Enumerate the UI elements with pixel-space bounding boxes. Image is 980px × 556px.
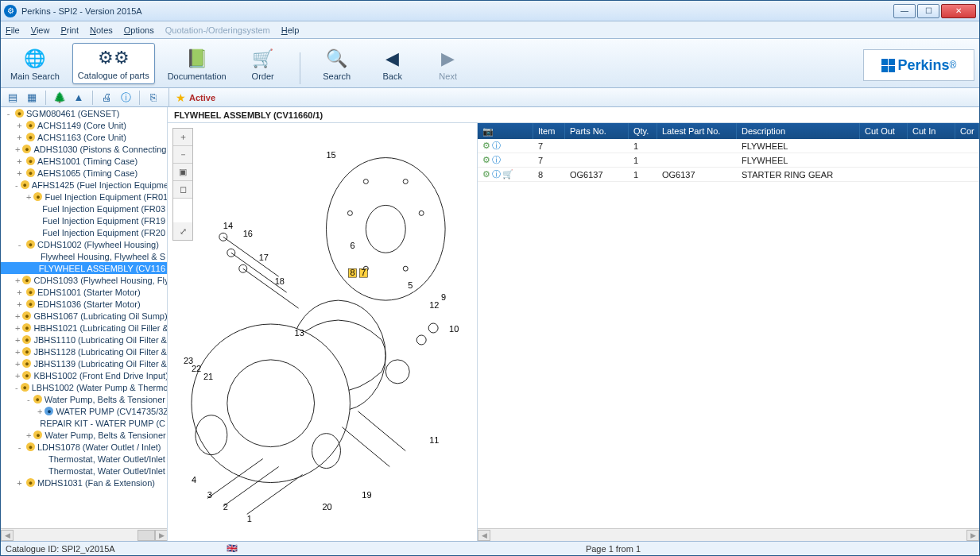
col-partsno[interactable]: Parts No. xyxy=(565,123,629,139)
menu-view[interactable]: View xyxy=(31,25,50,35)
tree-node[interactable]: +●JBHS1128 (Lubricating Oil Filter & I xyxy=(1,346,167,357)
tree-node[interactable]: -●LDHS1078 (Water Outlet / Inlet) xyxy=(1,441,167,453)
toolbar-documentation[interactable]: 📗 Documentation xyxy=(163,44,231,84)
tree-node[interactable]: +●ACHS1163 (Core Unit) xyxy=(1,131,167,143)
tree-node[interactable]: +●Fuel Injection Equipment (FR01 xyxy=(1,191,167,203)
tree-label: MDHS1031 (Fan & Extension) xyxy=(37,478,155,488)
tree-node[interactable]: FLYWHEEL ASSEMBLY (CV116 xyxy=(1,262,167,274)
menu-help[interactable]: Help xyxy=(281,25,300,35)
view2-icon[interactable]: ▦ xyxy=(25,91,39,105)
tree-label: Water Pump, Belts & Tensioner xyxy=(45,431,165,440)
tree-node[interactable]: +●JBHS1110 (Lubricating Oil Filter & I xyxy=(1,334,167,346)
col-cor[interactable]: Cor xyxy=(955,123,979,139)
info-icon[interactable]: ⓘ xyxy=(492,140,501,152)
toolbar-search[interactable]: 🔍 Search xyxy=(313,44,361,84)
info-icon[interactable]: ⓘ xyxy=(492,168,501,180)
svg-text:10: 10 xyxy=(449,324,459,334)
parts-hscroll[interactable]: ◀ ▶ xyxy=(478,528,979,541)
tree-node[interactable]: Fuel Injection Equipment (FR03 xyxy=(1,203,167,214)
col-camera[interactable]: 📷 xyxy=(478,123,533,139)
tree-node[interactable]: REPAIR KIT - WATER PUMP (C xyxy=(1,417,167,429)
tree-node[interactable]: -●Water Pump, Belts & Tensioner xyxy=(1,393,167,405)
col-cutin[interactable]: Cut In xyxy=(908,123,955,139)
actual-icon[interactable]: ◻ xyxy=(173,181,192,199)
tree-node[interactable]: -●AFHS1425 (Fuel Injection Equipment xyxy=(1,179,167,191)
tree-node[interactable]: Thermostat, Water Outlet/Inlet xyxy=(1,465,167,477)
page-info: Page 1 from 1 xyxy=(586,544,641,554)
tree-label: Fuel Injection Equipment (FR01 xyxy=(45,192,168,202)
col-latest[interactable]: Latest Part No. xyxy=(657,123,737,139)
close-button[interactable]: ✕ xyxy=(941,4,976,18)
scroll-right-icon[interactable]: ▶ xyxy=(155,530,168,541)
tree-collapse-icon[interactable]: ▲ xyxy=(72,91,86,105)
scroll-thumb[interactable] xyxy=(138,530,155,541)
tree-node[interactable]: +●EDHS1001 (Starter Motor) xyxy=(1,286,167,298)
col-item[interactable]: Item xyxy=(533,123,565,139)
menu-notes[interactable]: Notes xyxy=(90,25,113,35)
col-desc[interactable]: Description xyxy=(737,123,860,139)
col-qty[interactable]: Qty. xyxy=(629,123,657,139)
zoom-in-icon[interactable]: ＋ xyxy=(173,129,192,146)
view1-icon[interactable]: ▤ xyxy=(6,91,20,105)
gear-icon[interactable]: ⚙ xyxy=(482,141,490,151)
info-icon[interactable]: ⓘ xyxy=(492,154,501,166)
svg-text:11: 11 xyxy=(429,435,439,445)
table-row[interactable]: ⚙ⓘ🛒8OG61371OG6137STARTER RING GEAR xyxy=(478,168,979,182)
cart-icon[interactable]: 🛒 xyxy=(502,169,513,180)
col-cutout[interactable]: Cut Out xyxy=(860,123,908,139)
print-icon[interactable]: 🖨 xyxy=(99,91,114,105)
tree-node[interactable]: +●AEHS1065 (Timing Case) xyxy=(1,167,167,179)
minimize-button[interactable]: — xyxy=(893,4,916,18)
pan-icon[interactable]: ⤢ xyxy=(173,222,192,240)
window-title: Perkins - SPI2 - Version 2015A xyxy=(21,6,142,16)
maximize-button[interactable]: ☐ xyxy=(917,4,939,18)
tree-node[interactable]: +●GBHS1067 (Lubricating Oil Sump) xyxy=(1,310,167,322)
tree-node[interactable]: +●ACHS1149 (Core Unit) xyxy=(1,119,167,131)
tree-node[interactable]: +●EDHS1036 (Starter Motor) xyxy=(1,298,167,310)
tree-node[interactable]: Flywheel Housing, Flywheel & S xyxy=(1,250,167,262)
tree-node[interactable]: +●Water Pump, Belts & Tensioner xyxy=(1,429,167,441)
toolbar-catalogue[interactable]: ⚙⚙ Catalogue of parts xyxy=(72,43,155,84)
tree-node[interactable]: +●WATER PUMP (CV14735/3Z) xyxy=(1,405,167,417)
toolbar-back[interactable]: ◀ Back xyxy=(369,44,416,84)
nav-tree[interactable]: -●SGM080461 (GENSET)+●ACHS1149 (Core Uni… xyxy=(1,107,168,541)
zoom-out-icon[interactable]: － xyxy=(173,146,192,164)
svg-text:7: 7 xyxy=(361,268,366,277)
tree-node[interactable]: -●CDHS1002 (Flywheel Housing) xyxy=(1,238,167,250)
diagram-viewer[interactable]: ＋ － ▣ ◻ ⤢ xyxy=(168,123,478,541)
scroll-left-icon[interactable]: ◀ xyxy=(1,530,14,541)
tree-node[interactable]: +●AEHS1001 (Timing Case) xyxy=(1,155,167,167)
tree-node[interactable]: +●KBHS1002 (Front End Drive Input) xyxy=(1,369,167,381)
gear-icon[interactable]: ⚙ xyxy=(482,155,490,165)
info-icon[interactable]: ⓘ xyxy=(118,91,133,105)
tree-node[interactable]: +●HBHS1021 (Lubricating Oil Filler & xyxy=(1,322,167,334)
menu-file[interactable]: File xyxy=(6,25,20,35)
tree-expand-icon[interactable]: 🌲 xyxy=(52,91,67,105)
gear-icon[interactable]: ⚙ xyxy=(482,169,490,180)
tree-node[interactable]: +●CDHS1093 (Flywheel Housing, Flyw xyxy=(1,274,167,286)
toolbar-order[interactable]: 🛒 Order xyxy=(239,44,287,84)
tree-node[interactable]: Thermostat, Water Outlet/Inlet xyxy=(1,453,167,465)
search-icon: 🔍 xyxy=(326,48,347,70)
export-icon[interactable]: ⎘ xyxy=(146,91,161,105)
fit-icon[interactable]: ▣ xyxy=(173,164,192,181)
toolbar-mainsearch[interactable]: 🌐 Main Search xyxy=(6,44,64,84)
tree-node[interactable]: Fuel Injection Equipment (FR19 xyxy=(1,214,167,226)
menu-options[interactable]: Options xyxy=(124,25,154,35)
tree-node[interactable]: -●SGM080461 (GENSET) xyxy=(1,107,167,119)
table-row[interactable]: ⚙ⓘ71FLYWHEEL xyxy=(478,153,979,168)
tree-node[interactable]: +●ADHS1030 (Pistons & Connecting R xyxy=(1,143,167,155)
scroll-left-icon[interactable]: ◀ xyxy=(478,530,490,541)
active-filter[interactable]: ★ Active xyxy=(176,91,215,104)
tree-node[interactable]: +●MDHS1031 (Fan & Extension) xyxy=(1,477,167,488)
tree-label: JBHS1139 (Lubricating Oil Filter & I xyxy=(33,359,168,369)
tree-node[interactable]: +●JBHS1139 (Lubricating Oil Filter & I xyxy=(1,357,167,369)
exploded-diagram: 8 7 151416 17186 5129 101119 2012 3423 2… xyxy=(168,123,477,541)
scroll-right-icon[interactable]: ▶ xyxy=(966,530,979,541)
table-header: 📷 Item Parts No. Qty. Latest Part No. De… xyxy=(478,123,979,139)
menu-print[interactable]: Print xyxy=(60,25,79,35)
tree-node[interactable]: -●LBHS1002 (Water Pump & Thermos xyxy=(1,381,167,393)
svg-text:5: 5 xyxy=(408,280,413,290)
tree-node[interactable]: Fuel Injection Equipment (FR20 xyxy=(1,226,167,238)
table-row[interactable]: ⚙ⓘ71FLYWHEEL xyxy=(478,139,979,153)
